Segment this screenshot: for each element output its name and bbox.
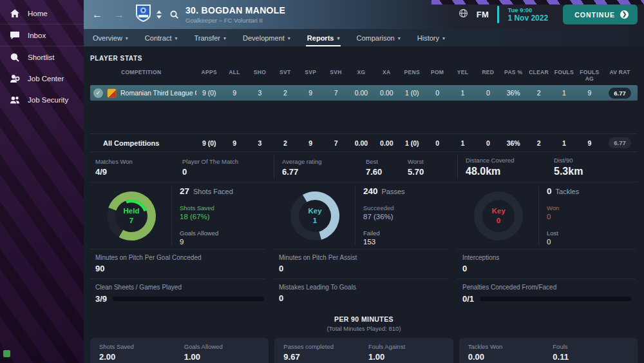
tackles-donut-chart: Key 0 <box>470 188 527 244</box>
stat-cell: 1 (0) <box>399 139 424 147</box>
sidebar-item-shortlist[interactable]: Shortlist <box>0 46 84 68</box>
table-row-competition[interactable]: ✓ Romanian Third League Gro... 9 (0) 9 3… <box>90 85 638 101</box>
sidebar-item-label: Job Center <box>28 75 64 83</box>
chevron-down-icon: ▾ <box>126 35 128 41</box>
passes-donut-panel: Key 1 240 Passes Succeeded 87 (36%) <box>274 182 457 249</box>
clean-sheets: Clean Sheets / Games Played 3/9 <box>90 279 265 309</box>
dist-per-90-stat: Dist/90 5.3km <box>554 157 583 177</box>
stat-cell: 1 (0) <box>399 89 424 97</box>
stat-cell: 0 <box>475 139 500 147</box>
stat-cell: 0.00 <box>348 139 374 147</box>
sidebar-item-job-center[interactable]: Job Center <box>0 68 84 89</box>
column-header: POM <box>424 66 450 85</box>
stat-cell: 7 <box>323 139 348 147</box>
per90-cards: Shots Saved2.00 Goals Allowed1.00 Passes… <box>90 338 638 363</box>
goals-allowed-stat: Goals Allowed 9 <box>180 230 274 246</box>
per90-passes-completed: Passes completed9.67 <box>283 343 368 362</box>
tab-contract[interactable]: Contract▾ <box>145 29 178 46</box>
summary-col-2: Average rating 6.77 Best 7.60 Worst 5.70 <box>274 155 457 179</box>
tab-reports[interactable]: Reports▾ <box>307 29 340 46</box>
tab-development[interactable]: Development▾ <box>243 29 290 46</box>
player-header: 30. BOGDAN MANOLE Goalkeeper – FC Volunt… <box>185 5 285 24</box>
tab-history[interactable]: History▾ <box>417 29 445 46</box>
report-content: PLAYER STATS COMPETITION APPS ALL SHO SV… <box>84 55 644 363</box>
stat-cell: 9 <box>222 139 247 147</box>
tackles-donut-panel: Key 0 0 Tackles Won 0 <box>457 182 638 249</box>
stat-cell: 3 <box>247 139 272 147</box>
stat-cell: 9 <box>298 89 323 97</box>
continue-button[interactable]: CONTINUE ❯ <box>563 5 638 25</box>
tackles-label: Tackles <box>556 188 580 195</box>
table-spacer <box>90 101 638 133</box>
club-switcher-spinner[interactable] <box>156 10 162 19</box>
per90-subtitle: (Total Minutes Played: 810) <box>90 325 638 332</box>
per90-card-shots: Shots Saved2.00 Goals Allowed1.00 <box>90 338 269 363</box>
shots-stats: 27 Shots Faced Shots Saved 18 (67%) Goal… <box>171 186 274 246</box>
sidebar-item-job-security[interactable]: Job Security <box>0 89 84 110</box>
shots-faced-value: 27 <box>180 186 189 196</box>
rating-badge: 6.77 <box>609 88 631 99</box>
world-icon[interactable] <box>459 8 468 21</box>
social-icon[interactable] <box>3 350 10 357</box>
summary-col-1: Matches Won 4/9 Player Of The Match 0 <box>90 155 274 179</box>
metrics-row-1: Minutes on Pitch Per Goal Conceded 90 Mi… <box>90 249 638 279</box>
stat-cell: 36% <box>501 89 526 97</box>
sidebar-item-label: Inbox <box>28 32 46 39</box>
competition-crest-icon <box>107 88 117 98</box>
sidebar-item-label: Shortlist <box>28 54 55 61</box>
stat-cell: 9 <box>298 139 323 147</box>
title-bar: ← → 30. BOGDAN MANOLE Goalkeeper – FC Vo… <box>84 0 644 29</box>
passes-donut-chart: Key 1 <box>287 188 343 244</box>
stat-cell: 2 <box>272 89 298 97</box>
tackles-value: 0 <box>547 186 552 196</box>
stat-cell: 0.00 <box>348 89 374 97</box>
column-header: SHO <box>247 66 272 85</box>
stat-cell: 2 <box>272 139 298 147</box>
table-row-all-competitions: All Competitions 9 (0) 9 3 2 9 7 0.00 0.… <box>90 133 638 152</box>
fm-logo: FM <box>477 10 489 19</box>
rating-cell: 6.77 <box>602 137 638 148</box>
search-icon[interactable] <box>169 10 179 19</box>
tab-transfer[interactable]: Transfer▾ <box>194 29 226 46</box>
per90-shots-saved: Shots Saved2.00 <box>99 343 184 362</box>
metrics-row-2: Clean Sheets / Games Played 3/9 Mistakes… <box>90 279 638 309</box>
column-header: SVT <box>272 66 298 85</box>
passes-stats: 240 Passes Succeeded 87 (36%) Failed 153 <box>355 186 457 246</box>
game-date: Tue 9:00 1 Nov 2022 <box>507 6 548 23</box>
section-title: PLAYER STATS <box>90 55 638 62</box>
per90-header: PER 90 MINUTES (Total Minutes Played: 81… <box>90 315 638 332</box>
passes-value: 240 <box>363 186 378 196</box>
sidebar-item-home[interactable]: Home <box>0 0 84 24</box>
rating-cell: 6.77 <box>602 88 638 99</box>
tackles-stats: 0 Tackles Won 0 Lost 0 <box>538 186 638 246</box>
shots-donut-panel: Held 7 27 Shots Faced Shots Saved 18 (67… <box>90 182 274 249</box>
fm-player-stats-screen: Home Inbox Shortlist Job Center Jo <box>0 0 644 363</box>
game-day: 1 Nov 2022 <box>507 14 548 23</box>
per90-title: PER 90 MINUTES <box>90 315 638 323</box>
game-time: Tue 9:00 <box>507 6 548 14</box>
club-crest-icon[interactable] <box>135 4 151 25</box>
chevron-down-icon: ▾ <box>175 35 177 41</box>
tab-comparison[interactable]: Comparison▾ <box>356 29 400 46</box>
tab-overview[interactable]: Overview▾ <box>93 29 128 46</box>
tackles-lost-stat: Lost 0 <box>547 230 638 246</box>
best-rating-stat: Best 7.60 <box>366 158 408 177</box>
forward-button[interactable]: → <box>108 9 130 21</box>
column-header: FOULS <box>551 66 576 85</box>
date-accent-bar <box>497 6 499 23</box>
stat-cell: 2 <box>526 139 551 147</box>
donut-center-value: 7 <box>129 216 133 225</box>
column-header: COMPETITION <box>90 66 196 85</box>
donut-center-value: 0 <box>497 216 500 225</box>
job-security-icon <box>9 94 20 105</box>
home-icon <box>9 8 20 19</box>
penalties-progress-track <box>480 297 631 301</box>
continue-label: CONTINUE <box>574 11 615 19</box>
stat-cell: 9 (0) <box>196 89 222 97</box>
back-button[interactable]: ← <box>86 9 108 21</box>
sidebar-item-inbox[interactable]: Inbox <box>0 25 84 46</box>
tackles-won-stat: Won 0 <box>547 204 638 221</box>
stat-cell: 1 <box>551 89 576 97</box>
mistakes-leading-to-goals: Mistakes Leading To Goals 0 <box>274 279 448 309</box>
player-subtitle: Goalkeeper – FC Voluntari II <box>185 17 285 24</box>
